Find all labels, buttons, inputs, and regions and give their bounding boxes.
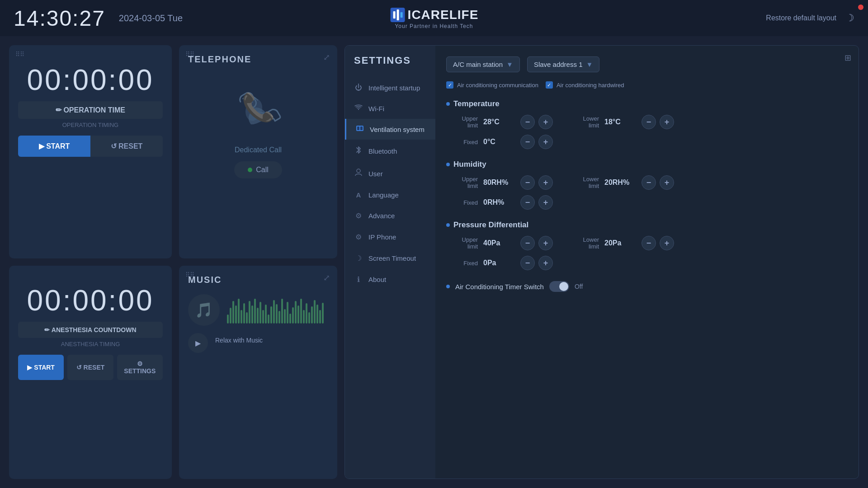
pressure-lower-label: Lowerlimit	[567, 236, 599, 250]
left-column: ⠿⠿ 00:00:00 ✏ OPERATION TIME OPERATION T…	[9, 45, 172, 479]
waveform-bar	[243, 303, 245, 324]
sidebar-item-screen-timeout[interactable]: ☽ Screen Timeout	[345, 248, 435, 269]
sidebar-item-wifi[interactable]: Wi-Fi	[345, 98, 435, 119]
temperature-lower-value: 18°C	[604, 118, 636, 126]
temperature-upper-increase[interactable]: +	[538, 115, 553, 129]
timer-buttons: ▶ START ↺ RESET	[18, 136, 163, 157]
settings-sidebar: SETTINGS ⏻ Intelligent startup Wi-Fi	[345, 46, 435, 479]
sidebar-item-ip-phone[interactable]: ⚙ IP Phone	[345, 226, 435, 248]
red-dot-indicator	[858, 5, 863, 10]
nav-label-language: Language	[368, 191, 399, 199]
temperature-label: Temperature	[453, 99, 500, 108]
topbar-left: 14:30:27 2024-03-05 Tue	[14, 6, 183, 31]
ac-hardwired-label: Air conditioning hardwired	[557, 82, 624, 89]
pressure-fixed-increase[interactable]: +	[538, 256, 553, 270]
nav-label-wifi: Wi-Fi	[368, 105, 384, 113]
moon-icon[interactable]: ☽	[845, 12, 854, 24]
settings-content: ⊞ A/C main station ▼ Slave address 1 ▼ ✓…	[435, 46, 859, 479]
ac-hardwired-checkbox[interactable]: ✓ Air conditioning hardwired	[546, 81, 624, 89]
sidebar-item-user[interactable]: User	[345, 162, 435, 185]
reset-button[interactable]: ↺ RESET	[90, 136, 163, 157]
waveform-bar	[254, 299, 256, 324]
humidity-upper-decrease[interactable]: −	[520, 175, 535, 190]
temperature-lower-controls: − +	[642, 115, 674, 129]
nav-label-user: User	[368, 170, 383, 178]
drag-handle[interactable]: ⠿⠿	[15, 51, 24, 58]
humidity-fixed-row: Fixed 0RH% − +	[446, 195, 848, 210]
ac-main-station-select[interactable]: A/C main station ▼	[446, 56, 520, 72]
waveform-bar	[292, 307, 294, 324]
logo-area: ICARELIFE Your Partner in Health Tech	[390, 7, 479, 29]
pressure-lower-decrease[interactable]: −	[642, 236, 656, 250]
svg-text:📞: 📞	[241, 91, 275, 123]
music-drag-handle[interactable]: ⠿⠿	[185, 271, 194, 278]
sidebar-item-bluetooth[interactable]: Bluetooth	[345, 140, 435, 162]
humidity-lower-decrease[interactable]: −	[642, 175, 656, 190]
call-label: Call	[256, 166, 269, 174]
pressure-upper-decrease[interactable]: −	[520, 236, 535, 250]
ac-communication-checkbox[interactable]: ✓ Air conditioning communication	[446, 81, 538, 89]
anesthesia-reset-button[interactable]: ↺ RESET	[67, 355, 113, 380]
sidebar-item-intelligent-startup[interactable]: ⏻ Intelligent startup	[345, 77, 435, 98]
expand-icon[interactable]: ⤢	[323, 52, 330, 62]
temperature-fixed-row: Fixed 0°C − +	[446, 135, 848, 149]
pressure-upper-label: Upperlimit	[446, 236, 478, 250]
music-track-name: Relax with Music	[215, 337, 263, 344]
humidity-fixed-controls: − +	[520, 195, 553, 210]
music-content: 🎵	[188, 294, 328, 326]
pressure-upper-increase[interactable]: +	[538, 236, 553, 250]
pressure-dot	[446, 223, 450, 227]
temperature-lower-decrease[interactable]: −	[642, 115, 656, 129]
pressure-fixed-row: Fixed 0Pa − +	[446, 256, 848, 270]
nav-label-about: About	[368, 276, 386, 283]
anesthesia-settings-button[interactable]: ⚙ SETTINGS	[117, 355, 163, 380]
music-play-button[interactable]: ▶	[188, 333, 208, 353]
temperature-fixed-increase[interactable]: +	[538, 135, 553, 149]
sidebar-item-advance[interactable]: ⚙ Advance	[345, 205, 435, 226]
anesthesia-time-display: 00:00:00	[18, 284, 163, 317]
call-button[interactable]: Call	[234, 161, 282, 178]
humidity-fixed-increase[interactable]: +	[538, 195, 553, 210]
sidebar-item-about[interactable]: ℹ About	[345, 269, 435, 290]
temperature-lower-increase[interactable]: +	[660, 115, 674, 129]
collapse-button[interactable]: ⊞	[844, 53, 851, 63]
sidebar-item-language[interactable]: A Language	[345, 185, 435, 205]
humidity-lower-increase[interactable]: +	[660, 175, 674, 190]
restore-layout-button[interactable]: Restore default layout	[766, 14, 836, 22]
anesthesia-start-button[interactable]: ▶ START	[18, 355, 64, 380]
telephone-title: TELEPHONE	[188, 54, 328, 65]
waveform-bar	[257, 308, 259, 324]
logo-icon	[390, 7, 406, 23]
nav-label-intelligent-startup: Intelligent startup	[368, 84, 420, 92]
sidebar-item-ventilation-system[interactable]: Ventilation system	[345, 119, 435, 140]
start-button[interactable]: ▶ START	[18, 136, 90, 157]
lower-limit-label: Lowerlimit	[567, 115, 599, 129]
humidity-dot	[446, 163, 450, 166]
waveform-bar	[278, 311, 280, 324]
nav-label-screen-timeout: Screen Timeout	[368, 254, 416, 262]
telephone-drag-handle[interactable]: ⠿⠿	[185, 51, 194, 58]
temperature-fixed-decrease[interactable]: −	[520, 135, 535, 149]
waveform-bar	[297, 305, 299, 324]
advance-icon: ⚙	[354, 211, 363, 220]
pressure-lower-increase[interactable]: +	[660, 236, 674, 250]
temperature-upper-decrease[interactable]: −	[520, 115, 535, 129]
ac-timer-toggle[interactable]	[549, 281, 569, 292]
humidity-fixed-decrease[interactable]: −	[520, 195, 535, 210]
ac-timer-switch-row: Air Conditioning Timer Switch Off	[446, 281, 848, 292]
waveform-bar	[268, 314, 269, 324]
nav-label-ventilation: Ventilation system	[370, 126, 425, 133]
music-expand-icon[interactable]: ⤢	[323, 273, 330, 283]
phone-icon: 📞	[231, 83, 285, 137]
phone-icon-area: 📞	[188, 74, 328, 146]
humidity-upper-label: Upperlimit	[446, 176, 478, 189]
pressure-fixed-decrease[interactable]: −	[520, 256, 535, 270]
svg-rect-1	[393, 11, 396, 19]
slave-address-select[interactable]: Slave address 1 ▼	[527, 56, 599, 72]
humidity-upper-increase[interactable]: +	[538, 175, 553, 190]
logo-wrapper: ICARELIFE	[390, 7, 479, 23]
ac-timer-dot	[446, 285, 450, 288]
ventilation-icon	[355, 125, 364, 133]
checkbox-tick-2: ✓	[546, 81, 553, 89]
pressure-upper-row: Upperlimit 40Pa − + Lowerlimit 20Pa − +	[446, 236, 848, 250]
